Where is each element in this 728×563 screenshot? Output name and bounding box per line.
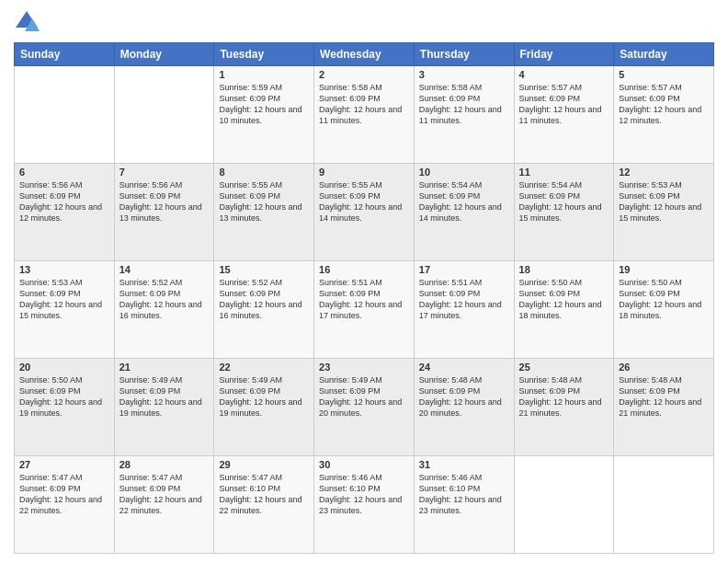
day-info: Sunrise: 5:52 AM Sunset: 6:09 PM Dayligh… — [119, 277, 210, 322]
logo — [14, 9, 43, 35]
calendar-cell: 13Sunrise: 5:53 AM Sunset: 6:09 PM Dayli… — [15, 261, 115, 359]
day-info: Sunrise: 5:50 AM Sunset: 6:09 PM Dayligh… — [19, 374, 109, 419]
day-number: 30 — [319, 459, 409, 470]
weekday-header-friday: Friday — [514, 43, 614, 66]
calendar-cell: 5Sunrise: 5:57 AM Sunset: 6:09 PM Daylig… — [614, 66, 714, 164]
day-number: 16 — [319, 264, 409, 275]
calendar-cell: 14Sunrise: 5:52 AM Sunset: 6:09 PM Dayli… — [114, 261, 214, 359]
calendar-table: SundayMondayTuesdayWednesdayThursdayFrid… — [14, 42, 714, 554]
calendar-cell: 29Sunrise: 5:47 AM Sunset: 6:10 PM Dayli… — [214, 456, 314, 554]
calendar-cell: 21Sunrise: 5:49 AM Sunset: 6:09 PM Dayli… — [114, 359, 214, 456]
calendar-cell: 27Sunrise: 5:47 AM Sunset: 6:09 PM Dayli… — [15, 456, 115, 554]
weekday-header-row: SundayMondayTuesdayWednesdayThursdayFrid… — [15, 43, 714, 66]
calendar-cell — [15, 66, 115, 164]
calendar-cell: 28Sunrise: 5:47 AM Sunset: 6:09 PM Dayli… — [114, 456, 214, 554]
day-number: 27 — [19, 459, 109, 470]
day-info: Sunrise: 5:51 AM Sunset: 6:09 PM Dayligh… — [319, 277, 409, 322]
calendar-cell: 2Sunrise: 5:58 AM Sunset: 6:09 PM Daylig… — [314, 66, 415, 164]
calendar-cell: 30Sunrise: 5:46 AM Sunset: 6:10 PM Dayli… — [314, 456, 415, 554]
day-info: Sunrise: 5:48 AM Sunset: 6:09 PM Dayligh… — [419, 374, 509, 419]
day-info: Sunrise: 5:50 AM Sunset: 6:09 PM Dayligh… — [619, 277, 709, 322]
calendar-cell: 11Sunrise: 5:54 AM Sunset: 6:09 PM Dayli… — [514, 164, 614, 261]
calendar-cell — [114, 66, 214, 164]
calendar-cell: 25Sunrise: 5:48 AM Sunset: 6:09 PM Dayli… — [514, 359, 614, 456]
day-number: 23 — [319, 362, 409, 373]
calendar-cell: 3Sunrise: 5:58 AM Sunset: 6:09 PM Daylig… — [414, 66, 514, 164]
calendar-cell: 6Sunrise: 5:56 AM Sunset: 6:09 PM Daylig… — [15, 164, 115, 261]
day-number: 15 — [219, 264, 309, 275]
logo-icon — [14, 9, 40, 35]
calendar-week-5: 27Sunrise: 5:47 AM Sunset: 6:09 PM Dayli… — [15, 456, 714, 554]
day-number: 29 — [219, 459, 309, 470]
weekday-header-saturday: Saturday — [614, 43, 714, 66]
day-info: Sunrise: 5:57 AM Sunset: 6:09 PM Dayligh… — [619, 82, 709, 127]
day-number: 14 — [119, 264, 210, 275]
calendar-week-2: 6Sunrise: 5:56 AM Sunset: 6:09 PM Daylig… — [15, 164, 714, 261]
day-number: 2 — [319, 69, 409, 80]
day-number: 22 — [219, 362, 309, 373]
day-number: 26 — [619, 362, 709, 373]
day-info: Sunrise: 5:49 AM Sunset: 6:09 PM Dayligh… — [119, 374, 210, 419]
calendar-cell: 17Sunrise: 5:51 AM Sunset: 6:09 PM Dayli… — [414, 261, 514, 359]
day-info: Sunrise: 5:49 AM Sunset: 6:09 PM Dayligh… — [219, 374, 309, 419]
day-number: 5 — [619, 69, 709, 80]
day-info: Sunrise: 5:47 AM Sunset: 6:09 PM Dayligh… — [119, 472, 210, 517]
header — [14, 9, 714, 35]
calendar-cell — [514, 456, 614, 554]
day-info: Sunrise: 5:57 AM Sunset: 6:09 PM Dayligh… — [519, 82, 609, 127]
day-info: Sunrise: 5:50 AM Sunset: 6:09 PM Dayligh… — [519, 277, 609, 322]
day-number: 24 — [419, 362, 509, 373]
day-number: 20 — [19, 362, 109, 373]
day-number: 12 — [619, 167, 709, 178]
day-info: Sunrise: 5:49 AM Sunset: 6:09 PM Dayligh… — [319, 374, 409, 419]
calendar-cell: 20Sunrise: 5:50 AM Sunset: 6:09 PM Dayli… — [15, 359, 115, 456]
calendar-cell: 18Sunrise: 5:50 AM Sunset: 6:09 PM Dayli… — [514, 261, 614, 359]
day-info: Sunrise: 5:59 AM Sunset: 6:09 PM Dayligh… — [219, 82, 309, 127]
day-number: 19 — [619, 264, 709, 275]
day-info: Sunrise: 5:55 AM Sunset: 6:09 PM Dayligh… — [219, 179, 309, 224]
day-number: 18 — [519, 264, 609, 275]
calendar-week-4: 20Sunrise: 5:50 AM Sunset: 6:09 PM Dayli… — [15, 359, 714, 456]
calendar-cell: 7Sunrise: 5:56 AM Sunset: 6:09 PM Daylig… — [114, 164, 214, 261]
day-number: 25 — [519, 362, 609, 373]
calendar-cell: 9Sunrise: 5:55 AM Sunset: 6:09 PM Daylig… — [314, 164, 415, 261]
day-info: Sunrise: 5:51 AM Sunset: 6:09 PM Dayligh… — [419, 277, 509, 322]
calendar-cell: 24Sunrise: 5:48 AM Sunset: 6:09 PM Dayli… — [414, 359, 514, 456]
day-info: Sunrise: 5:56 AM Sunset: 6:09 PM Dayligh… — [19, 179, 109, 224]
day-number: 13 — [19, 264, 109, 275]
day-info: Sunrise: 5:53 AM Sunset: 6:09 PM Dayligh… — [19, 277, 109, 322]
day-info: Sunrise: 5:48 AM Sunset: 6:09 PM Dayligh… — [619, 374, 709, 419]
day-info: Sunrise: 5:48 AM Sunset: 6:09 PM Dayligh… — [519, 374, 609, 419]
calendar-cell: 16Sunrise: 5:51 AM Sunset: 6:09 PM Dayli… — [314, 261, 415, 359]
day-number: 17 — [419, 264, 509, 275]
day-info: Sunrise: 5:46 AM Sunset: 6:10 PM Dayligh… — [419, 472, 509, 517]
day-info: Sunrise: 5:54 AM Sunset: 6:09 PM Dayligh… — [419, 179, 509, 224]
day-number: 1 — [219, 69, 309, 80]
day-number: 7 — [119, 167, 210, 178]
calendar-cell: 8Sunrise: 5:55 AM Sunset: 6:09 PM Daylig… — [214, 164, 314, 261]
weekday-header-sunday: Sunday — [15, 43, 115, 66]
calendar-cell: 4Sunrise: 5:57 AM Sunset: 6:09 PM Daylig… — [514, 66, 614, 164]
day-number: 21 — [119, 362, 210, 373]
calendar-cell: 19Sunrise: 5:50 AM Sunset: 6:09 PM Dayli… — [614, 261, 714, 359]
calendar-cell: 10Sunrise: 5:54 AM Sunset: 6:09 PM Dayli… — [414, 164, 514, 261]
weekday-header-tuesday: Tuesday — [214, 43, 314, 66]
weekday-header-monday: Monday — [114, 43, 214, 66]
calendar-cell: 1Sunrise: 5:59 AM Sunset: 6:09 PM Daylig… — [214, 66, 314, 164]
day-number: 31 — [419, 459, 509, 470]
day-number: 9 — [319, 167, 409, 178]
day-number: 11 — [519, 167, 609, 178]
day-number: 3 — [419, 69, 509, 80]
day-info: Sunrise: 5:56 AM Sunset: 6:09 PM Dayligh… — [119, 179, 210, 224]
calendar-cell — [614, 456, 714, 554]
day-info: Sunrise: 5:46 AM Sunset: 6:10 PM Dayligh… — [319, 472, 409, 517]
day-info: Sunrise: 5:54 AM Sunset: 6:09 PM Dayligh… — [519, 179, 609, 224]
day-info: Sunrise: 5:58 AM Sunset: 6:09 PM Dayligh… — [419, 82, 509, 127]
day-info: Sunrise: 5:58 AM Sunset: 6:09 PM Dayligh… — [319, 82, 409, 127]
calendar-cell: 12Sunrise: 5:53 AM Sunset: 6:09 PM Dayli… — [614, 164, 714, 261]
day-number: 6 — [19, 167, 109, 178]
day-number: 4 — [519, 69, 609, 80]
page: SundayMondayTuesdayWednesdayThursdayFrid… — [0, 0, 728, 563]
day-number: 10 — [419, 167, 509, 178]
calendar-cell: 22Sunrise: 5:49 AM Sunset: 6:09 PM Dayli… — [214, 359, 314, 456]
